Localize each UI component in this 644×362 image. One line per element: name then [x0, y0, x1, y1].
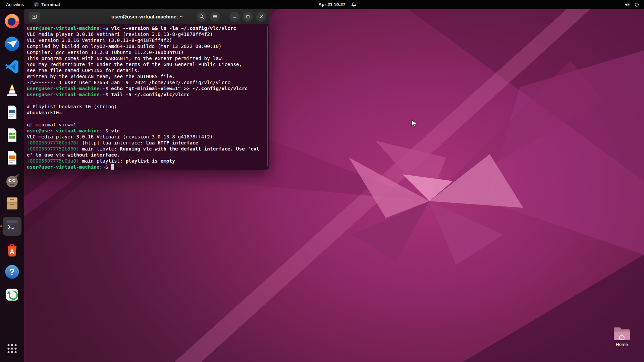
dock: A ? [0, 9, 24, 362]
vscode-icon [4, 58, 20, 75]
dock-item-libreoffice-writer[interactable] [3, 103, 21, 122]
files-icon [4, 195, 20, 212]
dock-item-libreoffice-calc[interactable] [3, 126, 21, 144]
dock-item-thunderbird[interactable] [3, 35, 21, 53]
search-icon [199, 14, 204, 19]
terminal-output[interactable]: user@user-virtual-machine:~$ vlc --versi… [24, 24, 269, 170]
search-button[interactable] [197, 12, 207, 22]
home-folder-icon [612, 325, 631, 341]
terminal-headerbar[interactable]: user@user-virtual-machine: ~ [24, 9, 269, 24]
gimp-icon [4, 172, 20, 189]
dock-item-libreoffice-impress[interactable] [3, 148, 21, 167]
running-indicator [0, 225, 2, 227]
power-icon [634, 2, 639, 7]
terminal-mini-icon [34, 2, 39, 7]
clock-label: Apr 21 19:27 [318, 2, 345, 7]
show-applications-icon [5, 342, 19, 356]
maximize-icon [246, 14, 250, 19]
libreoffice-writer-icon [4, 104, 20, 121]
svg-text:A: A [10, 248, 14, 255]
dock-item-ubuntu-software[interactable]: A [3, 240, 21, 258]
terminal-window: user@user-virtual-machine: ~ user@user-v… [24, 9, 269, 170]
vlc-icon [4, 81, 20, 98]
help-icon: ? [4, 263, 20, 280]
ubuntu-software-icon: A [4, 241, 20, 257]
menu-button[interactable] [210, 12, 220, 22]
dock-item-files[interactable] [3, 194, 21, 213]
thunderbird-icon [4, 36, 20, 52]
home-shortcut-label: Home [616, 342, 628, 347]
top-bar: Activities Terminal Apr 21 19:27 [0, 0, 644, 9]
notification-bell-icon [352, 2, 357, 7]
dock-item-recycle-app[interactable] [3, 285, 21, 304]
close-button[interactable] [256, 12, 266, 22]
maximize-button[interactable] [243, 12, 253, 22]
focused-app-menu[interactable]: Terminal [30, 0, 64, 9]
terminal-scrollbar-thumb[interactable] [267, 26, 268, 167]
dock-item-terminal[interactable] [3, 217, 21, 236]
focused-app-label: Terminal [41, 2, 60, 7]
recycle-app-icon [4, 286, 20, 303]
dock-item-gimp[interactable] [3, 171, 21, 190]
terminal-lines: user@user-virtual-machine:~$ vlc --versi… [27, 25, 269, 170]
firefox-icon [4, 13, 20, 29]
terminal-icon [4, 218, 20, 235]
desktop-home-shortcut[interactable]: Home [607, 325, 637, 347]
dock-item-vscode[interactable] [3, 57, 21, 76]
new-tab-button[interactable] [29, 12, 40, 22]
minimize-icon [232, 14, 237, 19]
dock-item-help[interactable]: ? [3, 262, 21, 281]
hamburger-icon [213, 14, 218, 19]
libreoffice-calc-icon [4, 127, 20, 143]
svg-text:?: ? [9, 267, 14, 277]
dock-item-vlc[interactable] [3, 80, 21, 99]
activities-button[interactable]: Activities [0, 0, 30, 9]
clock-menu[interactable]: Apr 21 19:27 [318, 0, 356, 9]
volume-icon [625, 2, 630, 7]
close-icon [259, 14, 264, 19]
minimize-button[interactable] [229, 12, 239, 22]
libreoffice-impress-icon [4, 149, 20, 166]
system-tray-menu[interactable] [620, 0, 644, 9]
window-title: user@user-virtual-machine: ~ [111, 14, 182, 19]
show-applications-button[interactable] [3, 339, 21, 358]
dock-item-firefox[interactable] [3, 12, 21, 31]
